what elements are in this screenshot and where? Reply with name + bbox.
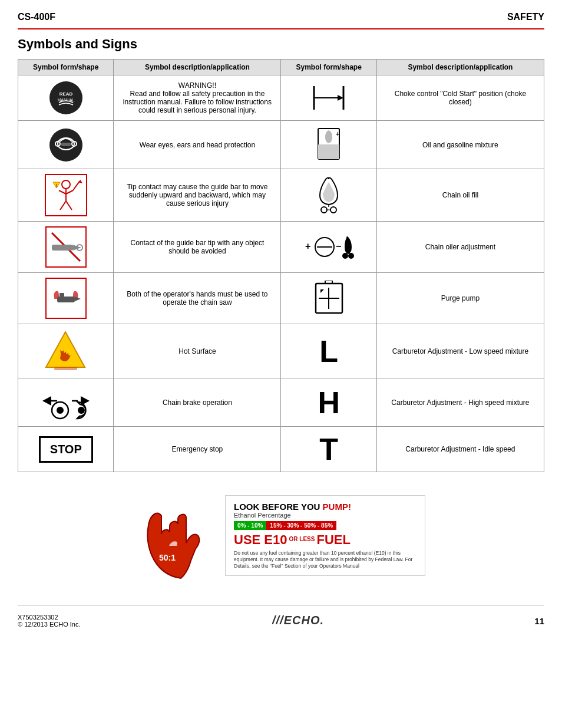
table-row: Contact of the guide bar tip with any ob… — [18, 222, 544, 273]
svg-text:−: − — [336, 241, 341, 251]
chain-brake-symbol — [24, 383, 107, 421]
page-header: CS-400F SAFETY — [18, 12, 544, 22]
col-header-1: Symbol form/shape — [18, 60, 114, 75]
desc-warning: WARNING!! Read and follow all safety pre… — [114, 75, 281, 121]
svg-text:!: ! — [56, 183, 57, 187]
svg-text:+: + — [305, 241, 310, 251]
hot-surface-symbol — [24, 329, 107, 373]
svg-point-53 — [78, 407, 85, 414]
svg-line-17 — [59, 190, 66, 194]
svg-point-52 — [57, 407, 64, 414]
svg-point-25 — [330, 207, 336, 213]
fuel-info-box: LOOK BEFORE YOU PUMP! Ethanol Percentage… — [225, 495, 425, 576]
warning-symbol: READ MANUAL — [24, 80, 107, 116]
letter-H-symbol: H — [287, 385, 370, 420]
ethanol-bar: 0% - 10% 15% - 30% - 50% - 85% — [234, 521, 416, 530]
product-code: CS-400F — [18, 12, 55, 22]
page-number: 11 — [534, 616, 544, 626]
letter-H: H — [318, 387, 340, 418]
protection-symbol — [24, 127, 107, 163]
copyright: © 12/2013 ECHO Inc. — [18, 621, 81, 628]
footer-info: X7503253302 © 12/2013 ECHO Inc. — [18, 614, 81, 628]
svg-text:READ: READ — [59, 91, 72, 97]
tip-contact-symbol: ! — [24, 174, 107, 216]
desc-oil-mix: Oil and gasoline mixture — [376, 121, 544, 169]
table-row: STOP Emergency stop T Carburetor Adjustm… — [18, 427, 544, 472]
fuel-fine-print: Do not use any fuel containing greater t… — [234, 550, 416, 569]
symbol-cell-tip-contact: ! — [18, 169, 114, 222]
part-number: X7503253302 — [18, 614, 81, 621]
col-header-3: Symbol form/shape — [281, 60, 376, 75]
symbol-cell-chain-oiler: + − — [281, 222, 376, 273]
desc-guide-bar: Contact of the guide bar tip with any ob… — [114, 222, 281, 273]
use-e10-label: USE E10 OR LESS FUEL — [234, 532, 416, 548]
purge-pump-symbol — [287, 281, 370, 316]
both-hands-symbol — [24, 278, 107, 319]
svg-line-20 — [66, 201, 72, 210]
symbol-cell-letter-H: H — [281, 378, 376, 427]
svg-rect-13 — [318, 144, 339, 159]
symbol-cell-oil-mix: + — [281, 121, 376, 169]
hand-stop-icon: 50:1 — [137, 484, 225, 587]
letter-T: T — [319, 434, 338, 465]
svg-point-15 — [62, 180, 70, 189]
table-row: ! Tip contact may cause the guide bar to… — [18, 169, 544, 222]
stop-symbol: STOP — [24, 431, 107, 467]
svg-marker-44 — [320, 289, 324, 293]
symbol-cell-chain-oil-fill — [281, 169, 376, 222]
oil-mix-symbol: + — [287, 126, 370, 164]
stop-label: STOP — [39, 436, 93, 463]
table-row: Hot Surface L Carburetor Adjustment - Lo… — [18, 324, 544, 378]
symbol-cell-letter-L: L — [281, 324, 376, 378]
ethanol-range-green: 0% - 10% — [234, 521, 266, 530]
svg-line-18 — [66, 190, 73, 194]
svg-text:///ECHO.: ///ECHO. — [272, 614, 324, 627]
svg-rect-46 — [54, 367, 77, 370]
ethanol-range-red: 15% - 30% - 50% - 85% — [266, 521, 336, 530]
svg-rect-40 — [59, 293, 64, 297]
chain-oiler-symbol: + − — [287, 229, 370, 265]
letter-L: L — [319, 336, 338, 367]
choke-symbol — [287, 80, 370, 116]
desc-both-hands: Both of the operator's hands must be use… — [114, 273, 281, 324]
svg-point-24 — [321, 207, 327, 213]
letter-T-symbol: T — [287, 431, 370, 467]
desc-chain-brake: Chain brake operation — [114, 378, 281, 427]
desc-chain-oil-fill: Chain oil fill — [376, 169, 544, 222]
desc-hot-surface: Hot Surface — [114, 324, 281, 378]
table-row: Both of the operator's hands must be use… — [18, 273, 544, 324]
symbol-cell-both-hands — [18, 273, 114, 324]
section-title: SAFETY — [507, 12, 544, 22]
symbol-cell-choke — [281, 75, 376, 121]
desc-protection: Wear eyes, ears and head protection — [114, 121, 281, 169]
svg-text:50:1: 50:1 — [159, 553, 176, 562]
svg-line-19 — [60, 201, 66, 210]
symbol-cell-protection — [18, 121, 114, 169]
chain-oil-fill-symbol — [287, 176, 370, 215]
symbol-cell-letter-T: T — [281, 427, 376, 472]
desc-letter-T: Carburetor Adjustment - Idle speed — [376, 427, 544, 472]
page-footer: X7503253302 © 12/2013 ECHO Inc. ///ECHO.… — [18, 605, 544, 631]
svg-rect-39 — [57, 297, 75, 302]
fuel-warning-section: 50:1 LOOK BEFORE YOU PUMP! Ethanol Perce… — [128, 484, 434, 587]
symbols-table: Symbol form/shape Symbol description/app… — [18, 59, 544, 472]
svg-text:+: + — [336, 131, 339, 137]
letter-L-symbol: L — [287, 334, 370, 369]
svg-marker-45 — [46, 332, 85, 367]
page-title: Symbols and Signs — [18, 37, 544, 52]
desc-purge-pump: Purge pump — [376, 273, 544, 324]
svg-text:MANUAL: MANUAL — [57, 98, 74, 102]
symbol-cell-warning: READ MANUAL — [18, 75, 114, 121]
svg-rect-9 — [61, 143, 71, 146]
svg-marker-47 — [42, 396, 51, 406]
desc-letter-H: Carburetor Adjustment - High speed mixtu… — [376, 378, 544, 427]
desc-choke: Choke control "Cold Start" position (cho… — [376, 75, 544, 121]
symbol-cell-purge-pump — [281, 273, 376, 324]
symbol-cell-hot-surface — [18, 324, 114, 378]
ethanol-label: Ethanol Percentage — [234, 512, 416, 519]
symbol-cell-chain-brake — [18, 378, 114, 427]
desc-tip-contact: Tip contact may cause the guide bar to m… — [114, 169, 281, 222]
echo-logo: ///ECHO. — [272, 610, 343, 631]
svg-rect-29 — [52, 245, 72, 251]
desc-chain-oiler: Chain oiler adjustment — [376, 222, 544, 273]
